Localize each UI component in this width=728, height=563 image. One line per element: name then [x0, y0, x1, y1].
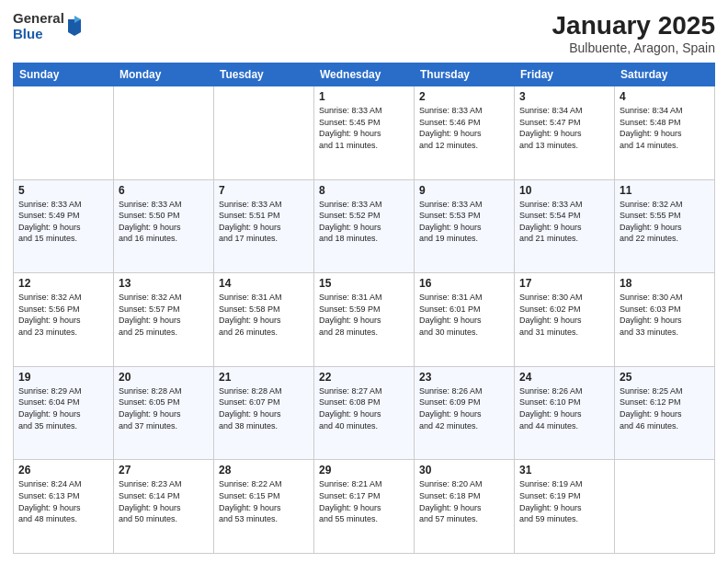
day-number: 8 [319, 184, 409, 197]
cell-info: Sunrise: 8:31 AM Sunset: 5:58 PM Dayligh… [219, 292, 309, 338]
cell-info: Sunrise: 8:30 AM Sunset: 6:03 PM Dayligh… [620, 292, 710, 338]
day-number: 10 [519, 184, 609, 197]
calendar-cell: 11Sunrise: 8:32 AM Sunset: 5:55 PM Dayli… [615, 179, 715, 273]
cell-info: Sunrise: 8:33 AM Sunset: 5:54 PM Dayligh… [519, 199, 609, 245]
logo-blue: Blue [13, 27, 64, 42]
day-number: 27 [119, 464, 209, 477]
subtitle: Bulbuente, Aragon, Spain [552, 40, 715, 55]
day-header-saturday: Saturday [615, 63, 715, 86]
day-header-thursday: Thursday [415, 63, 515, 86]
day-header-wednesday: Wednesday [314, 63, 415, 86]
week-row-1: 5Sunrise: 8:33 AM Sunset: 5:49 PM Daylig… [14, 179, 715, 273]
cell-info: Sunrise: 8:33 AM Sunset: 5:49 PM Dayligh… [18, 199, 108, 245]
day-number: 11 [620, 184, 710, 197]
day-number: 29 [319, 464, 409, 477]
cell-info: Sunrise: 8:30 AM Sunset: 6:02 PM Dayligh… [519, 292, 609, 338]
day-number: 9 [419, 184, 509, 197]
calendar-cell: 8Sunrise: 8:33 AM Sunset: 5:52 PM Daylig… [314, 179, 415, 273]
cell-info: Sunrise: 8:33 AM Sunset: 5:52 PM Dayligh… [319, 199, 409, 245]
day-number: 2 [419, 90, 509, 103]
calendar-cell: 28Sunrise: 8:22 AM Sunset: 6:15 PM Dayli… [214, 460, 314, 554]
day-number: 20 [119, 371, 209, 384]
day-number: 5 [18, 184, 108, 197]
calendar-cell: 1Sunrise: 8:33 AM Sunset: 5:45 PM Daylig… [314, 86, 415, 180]
cell-info: Sunrise: 8:24 AM Sunset: 6:13 PM Dayligh… [18, 478, 108, 524]
cell-info: Sunrise: 8:33 AM Sunset: 5:53 PM Dayligh… [419, 199, 509, 245]
calendar-cell: 17Sunrise: 8:30 AM Sunset: 6:02 PM Dayli… [515, 273, 615, 367]
day-header-tuesday: Tuesday [214, 63, 314, 86]
calendar-cell [14, 86, 114, 180]
cell-info: Sunrise: 8:21 AM Sunset: 6:17 PM Dayligh… [319, 478, 409, 524]
day-number: 26 [18, 464, 108, 477]
day-number: 4 [620, 90, 710, 103]
cell-info: Sunrise: 8:31 AM Sunset: 5:59 PM Dayligh… [319, 292, 409, 338]
cell-info: Sunrise: 8:32 AM Sunset: 5:56 PM Dayligh… [18, 292, 108, 338]
day-number: 12 [18, 277, 108, 290]
calendar-cell: 20Sunrise: 8:28 AM Sunset: 6:05 PM Dayli… [114, 366, 214, 460]
day-number: 15 [319, 277, 409, 290]
cell-info: Sunrise: 8:33 AM Sunset: 5:45 PM Dayligh… [319, 105, 409, 151]
header-row: SundayMondayTuesdayWednesdayThursdayFrid… [14, 63, 715, 86]
day-number: 16 [419, 277, 509, 290]
calendar-cell: 9Sunrise: 8:33 AM Sunset: 5:53 PM Daylig… [415, 179, 515, 273]
day-number: 21 [219, 371, 309, 384]
day-header-sunday: Sunday [14, 63, 114, 86]
day-number: 1 [319, 90, 409, 103]
calendar-cell [615, 460, 715, 554]
calendar-table: SundayMondayTuesdayWednesdayThursdayFrid… [13, 63, 715, 554]
cell-info: Sunrise: 8:26 AM Sunset: 6:10 PM Dayligh… [519, 385, 609, 431]
cell-info: Sunrise: 8:19 AM Sunset: 6:19 PM Dayligh… [519, 478, 609, 524]
month-title: January 2025 [552, 11, 715, 40]
cell-info: Sunrise: 8:27 AM Sunset: 6:08 PM Dayligh… [319, 385, 409, 431]
calendar-cell: 14Sunrise: 8:31 AM Sunset: 5:58 PM Dayli… [214, 273, 314, 367]
calendar-cell: 2Sunrise: 8:33 AM Sunset: 5:46 PM Daylig… [415, 86, 515, 180]
day-number: 7 [219, 184, 309, 197]
calendar-cell: 23Sunrise: 8:26 AM Sunset: 6:09 PM Dayli… [415, 366, 515, 460]
calendar-cell [214, 86, 314, 180]
week-row-2: 12Sunrise: 8:32 AM Sunset: 5:56 PM Dayli… [14, 273, 715, 367]
cell-info: Sunrise: 8:29 AM Sunset: 6:04 PM Dayligh… [18, 385, 108, 431]
calendar-cell: 29Sunrise: 8:21 AM Sunset: 6:17 PM Dayli… [314, 460, 415, 554]
day-header-monday: Monday [114, 63, 214, 86]
cell-info: Sunrise: 8:32 AM Sunset: 5:57 PM Dayligh… [119, 292, 209, 338]
cell-info: Sunrise: 8:20 AM Sunset: 6:18 PM Dayligh… [419, 478, 509, 524]
calendar-cell: 18Sunrise: 8:30 AM Sunset: 6:03 PM Dayli… [615, 273, 715, 367]
cell-info: Sunrise: 8:32 AM Sunset: 5:55 PM Dayligh… [620, 199, 710, 245]
day-number: 28 [219, 464, 309, 477]
calendar-cell: 3Sunrise: 8:34 AM Sunset: 5:47 PM Daylig… [515, 86, 615, 180]
calendar-cell: 13Sunrise: 8:32 AM Sunset: 5:57 PM Dayli… [114, 273, 214, 367]
cell-info: Sunrise: 8:34 AM Sunset: 5:48 PM Dayligh… [620, 105, 710, 151]
day-number: 23 [419, 371, 509, 384]
week-row-0: 1Sunrise: 8:33 AM Sunset: 5:45 PM Daylig… [14, 86, 715, 180]
calendar-cell: 24Sunrise: 8:26 AM Sunset: 6:10 PM Dayli… [515, 366, 615, 460]
header: General Blue January 2025 Bulbuente, Ara… [13, 11, 715, 55]
calendar-cell: 15Sunrise: 8:31 AM Sunset: 5:59 PM Dayli… [314, 273, 415, 367]
cell-info: Sunrise: 8:23 AM Sunset: 6:14 PM Dayligh… [119, 478, 209, 524]
cell-info: Sunrise: 8:33 AM Sunset: 5:51 PM Dayligh… [219, 199, 309, 245]
week-row-3: 19Sunrise: 8:29 AM Sunset: 6:04 PM Dayli… [14, 366, 715, 460]
cell-info: Sunrise: 8:26 AM Sunset: 6:09 PM Dayligh… [419, 385, 509, 431]
calendar-cell: 6Sunrise: 8:33 AM Sunset: 5:50 PM Daylig… [114, 179, 214, 273]
logo: General Blue [13, 11, 83, 41]
cell-info: Sunrise: 8:25 AM Sunset: 6:12 PM Dayligh… [620, 385, 710, 431]
day-number: 18 [620, 277, 710, 290]
cell-info: Sunrise: 8:34 AM Sunset: 5:47 PM Dayligh… [519, 105, 609, 151]
calendar-cell: 27Sunrise: 8:23 AM Sunset: 6:14 PM Dayli… [114, 460, 214, 554]
day-number: 31 [519, 464, 609, 477]
page: General Blue January 2025 Bulbuente, Ara… [0, 0, 728, 563]
day-number: 22 [319, 371, 409, 384]
calendar-cell: 21Sunrise: 8:28 AM Sunset: 6:07 PM Dayli… [214, 366, 314, 460]
title-area: January 2025 Bulbuente, Aragon, Spain [552, 11, 715, 55]
cell-info: Sunrise: 8:28 AM Sunset: 6:07 PM Dayligh… [219, 385, 309, 431]
day-number: 13 [119, 277, 209, 290]
calendar-cell: 12Sunrise: 8:32 AM Sunset: 5:56 PM Dayli… [14, 273, 114, 367]
calendar-cell: 26Sunrise: 8:24 AM Sunset: 6:13 PM Dayli… [14, 460, 114, 554]
day-number: 19 [18, 371, 108, 384]
calendar-cell: 10Sunrise: 8:33 AM Sunset: 5:54 PM Dayli… [515, 179, 615, 273]
calendar-cell: 25Sunrise: 8:25 AM Sunset: 6:12 PM Dayli… [615, 366, 715, 460]
logo-general: General [13, 11, 64, 27]
calendar-cell: 30Sunrise: 8:20 AM Sunset: 6:18 PM Dayli… [415, 460, 515, 554]
week-row-4: 26Sunrise: 8:24 AM Sunset: 6:13 PM Dayli… [14, 460, 715, 554]
day-number: 30 [419, 464, 509, 477]
calendar-cell: 7Sunrise: 8:33 AM Sunset: 5:51 PM Daylig… [214, 179, 314, 273]
